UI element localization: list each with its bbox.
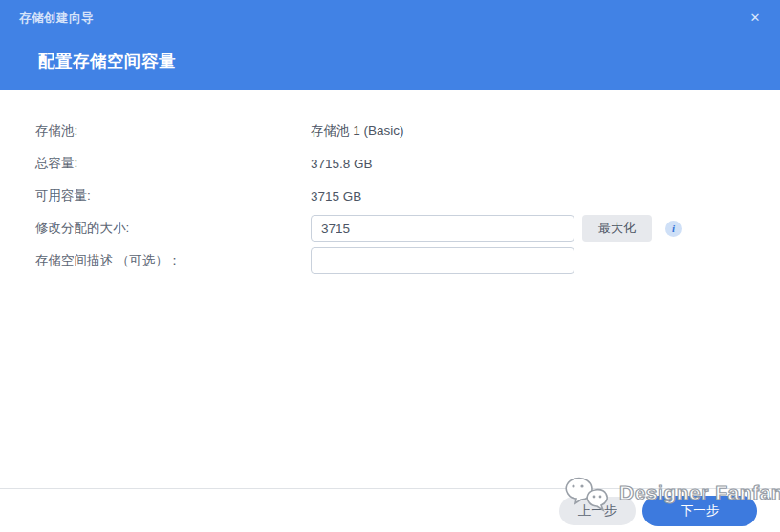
storage-wizard-dialog: 存储创建向导 ✕ 配置存储空间容量 存储池: 存储池 1 (Basic) 总容量… — [0, 0, 780, 532]
row-total-capacity: 总容量: 3715.8 GB — [35, 147, 780, 180]
dialog-header: 存储创建向导 ✕ 配置存储空间容量 — [0, 0, 780, 90]
total-capacity-value: 3715.8 GB — [311, 157, 373, 171]
row-storage-pool: 存储池: 存储池 1 (Basic) — [35, 115, 780, 147]
info-icon[interactable]: i — [665, 221, 682, 237]
step-title: 配置存储空间容量 — [38, 50, 176, 73]
close-icon[interactable]: ✕ — [746, 8, 765, 27]
row-volume-description: 存储空间描述 （可选）： — [35, 245, 780, 277]
allocated-size-input[interactable] — [311, 215, 574, 242]
maximize-button[interactable]: 最大化 — [582, 215, 652, 242]
volume-description-input[interactable] — [311, 247, 574, 274]
previous-step-button[interactable]: 上一步 — [559, 497, 636, 525]
available-capacity-label: 可用容量: — [35, 187, 311, 204]
storage-pool-value: 存储池 1 (Basic) — [311, 122, 404, 139]
total-capacity-label: 总容量: — [35, 155, 311, 172]
storage-pool-label: 存储池: — [35, 122, 311, 139]
volume-description-label: 存储空间描述 （可选）： — [35, 252, 311, 269]
row-allocated-size: 修改分配的大小: 最大化 i — [35, 212, 780, 245]
form-body: 存储池: 存储池 1 (Basic) 总容量: 3715.8 GB 可用容量: … — [0, 90, 780, 277]
available-capacity-value: 3715 GB — [311, 189, 361, 203]
row-available-capacity: 可用容量: 3715 GB — [35, 180, 780, 212]
window-title: 存储创建向导 — [19, 11, 94, 27]
allocated-size-label: 修改分配的大小: — [35, 220, 311, 237]
next-step-button[interactable]: 下一步 — [642, 496, 757, 526]
dialog-footer: 上一步 下一步 — [0, 488, 780, 532]
